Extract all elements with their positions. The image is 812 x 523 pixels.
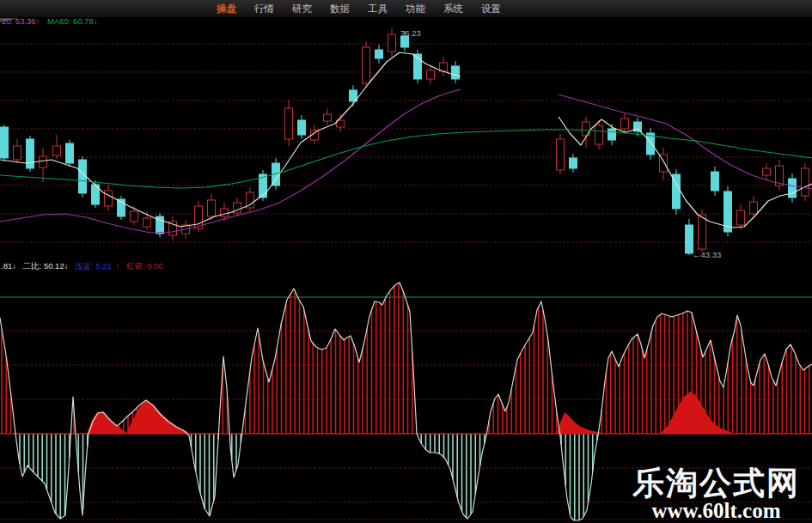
menu-bar: 操盘 行情 研究 数据 工具 功能 系统 设置 [0,0,812,18]
trading-app-window: 76.23←43.33 操盘 行情 研究 数据 工具 功能 系统 设置 20: … [0,0,812,523]
site-watermark: 乐淘公式网 www.60lt.com [632,467,800,521]
svg-text:←43.33: ←43.33 [693,250,721,259]
candles-layer [1,28,809,255]
menu-item-tools[interactable]: 工具 [364,2,391,16]
menu-item-trade[interactable]: 操盘 [213,2,240,16]
indicator-value-3: 浅蓝: 5.21 [75,261,112,271]
price-ma-legend: 20: 53.36↑ MA60: 60.78↓ [2,16,98,26]
ma20-value-label: 20: 53.36↑ [2,16,40,26]
menu-item-data[interactable]: 数据 [327,2,353,16]
menu-item-quotes[interactable]: 行情 [251,2,278,16]
indicator-value-2: 二比: 50.12↓ [23,261,69,271]
ma60-value-label: MA60: 60.78↓ [47,16,98,26]
mounds-layer [87,392,732,434]
indicator-value-4: 红箭: 0.00 [126,261,163,271]
indicator-value-1: .81↓ [1,261,16,271]
up-arrow-icon: ↑ [115,261,119,271]
menu-item-settings[interactable]: 设置 [478,2,504,16]
svg-text:76.23: 76.23 [400,28,421,38]
menu-item-features[interactable]: 功能 [402,2,429,16]
menu-item-system[interactable]: 系统 [440,2,467,16]
indicator-legend: .81↓ 二比: 50.12↓ 浅蓝: 5.21 ↑ 红箭: 0.00 [1,261,168,272]
watermark-site-name: 乐淘公式网 [632,467,800,500]
menu-item-research[interactable]: 研究 [289,2,315,16]
watermark-site-url: www.60lt.com [632,500,800,522]
